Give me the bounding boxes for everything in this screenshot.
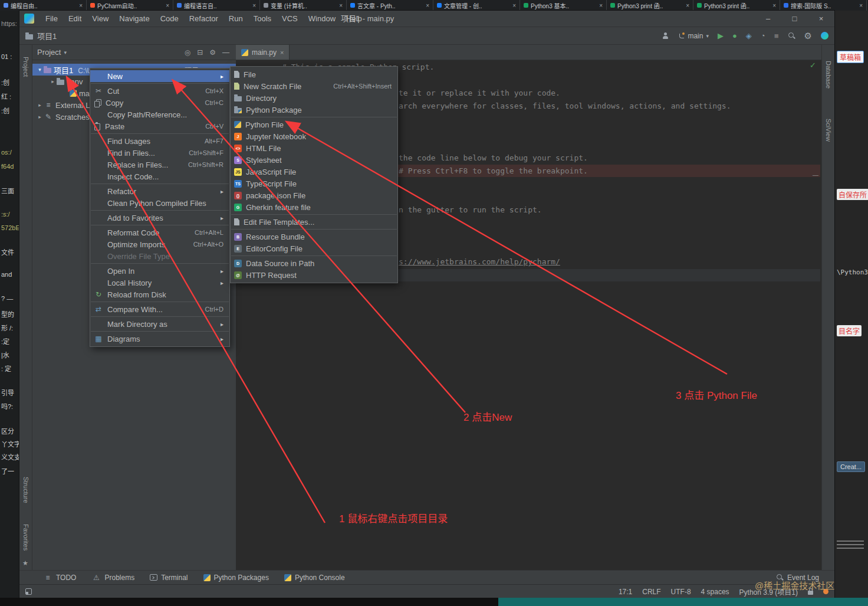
tool-window-button-python-packages[interactable]: Python Packages <box>203 574 269 582</box>
profiler-button[interactable]: ◔ <box>761 32 765 40</box>
hide-panel-icon[interactable]: — <box>221 48 231 57</box>
run-button[interactable]: ▶ <box>718 32 724 40</box>
status-item-utf-8[interactable]: UTF-8 <box>671 588 691 596</box>
new-submenu-item-editorconfig-file[interactable]: EEditorConfig File <box>231 243 397 254</box>
context-menu-item-compare-with[interactable]: ⇄Compare With...Ctrl+D <box>90 303 229 315</box>
context-menu-item-copy[interactable]: CopyCtrl+C <box>90 97 229 109</box>
maximize-button[interactable]: □ <box>781 11 808 27</box>
tab-close-icon[interactable]: × <box>772 2 776 9</box>
context-menu-item-refactor[interactable]: Refactor▸ <box>90 185 229 197</box>
tool-window-button-problems[interactable]: ⚠Problems <box>91 574 134 582</box>
code-with-me-icon[interactable] <box>821 32 828 40</box>
new-submenu-item-resource-bundle[interactable]: BResource Bundle <box>231 231 397 243</box>
new-submenu-item-package-json-file[interactable]: {}package.json File <box>231 189 397 201</box>
browser-tab[interactable]: Python3 基本..× <box>520 0 607 11</box>
new-submenu-item-http-request[interactable]: @HTTP Request <box>231 269 397 281</box>
browser-tab[interactable]: 编程自由..× <box>0 0 87 11</box>
tab-close-icon[interactable]: × <box>280 49 284 56</box>
tab-close-icon[interactable]: × <box>339 2 343 9</box>
context-menu-item-new[interactable]: New▸ <box>90 70 229 82</box>
tab-close-icon[interactable]: × <box>252 2 256 9</box>
branch-selector[interactable]: main ▾ <box>678 32 709 40</box>
tab-close-icon[interactable]: × <box>599 2 603 9</box>
new-submenu-item-jupyter-notebook[interactable]: JJupyter Notebook <box>231 130 397 142</box>
browser-tab[interactable]: Python3 print 函..× <box>607 0 693 11</box>
tab-close-icon[interactable]: × <box>79 2 83 9</box>
user-icon[interactable] <box>662 32 669 40</box>
browser-tab[interactable]: 言文章 - Pyth..× <box>347 0 433 11</box>
context-menu-item-inspect-code[interactable]: Inspect Code... <box>90 171 229 182</box>
tab-close-icon[interactable]: × <box>166 2 169 9</box>
tool-button-database[interactable]: Database <box>825 61 832 89</box>
context-menu-item-reformat-code[interactable]: Reformat CodeCtrl+Alt+L <box>90 227 229 238</box>
context-menu-item-clean-python-compiled-files[interactable]: Clean Python Compiled Files <box>90 197 229 209</box>
browser-tab[interactable]: PyCharm启动..× <box>87 0 173 11</box>
new-submenu-item-typescript-file[interactable]: TSTypeScript File <box>231 178 397 189</box>
locate-icon[interactable]: ◎ <box>183 48 192 57</box>
menubar-item-navigate[interactable]: Navigate <box>114 11 154 27</box>
context-menu-item-diagrams[interactable]: ▦Diagrams▸ <box>90 333 229 345</box>
menubar-item-file[interactable]: File <box>40 11 63 27</box>
tool-window-toggle-icon[interactable] <box>25 588 32 595</box>
new-submenu-item-file[interactable]: File <box>231 68 397 80</box>
tool-window-button-terminal[interactable]: Terminal <box>150 574 188 582</box>
context-menu-item-paste[interactable]: PasteCtrl+V <box>90 120 229 132</box>
background-fragment-草稿箱[interactable]: 草稿箱 <box>837 51 864 63</box>
status-item-4-spaces[interactable]: 4 spaces <box>701 588 729 596</box>
browser-tab[interactable]: Python3 print 函..× <box>693 0 780 11</box>
toolbar-project-name[interactable]: 项目1 <box>37 30 57 41</box>
tab-close-icon[interactable]: × <box>512 2 516 9</box>
menubar-item-window[interactable]: Window <box>303 11 341 27</box>
new-submenu-item-html-file[interactable]: <>HTML File <box>231 142 397 154</box>
context-menu-item-find-in-files[interactable]: Find in Files...Ctrl+Shift+F <box>90 147 229 159</box>
context-menu-item-add-to-favorites[interactable]: Add to Favorites▸ <box>90 212 229 224</box>
tool-button-project[interactable]: Project <box>22 57 29 77</box>
menubar-item-refactor[interactable]: Refactor <box>184 11 223 27</box>
stop-button[interactable]: ■ <box>774 32 779 40</box>
browser-tab[interactable]: 变量 (计算机..× <box>260 0 347 11</box>
browser-tab[interactable]: 文章管理 - 创..× <box>433 0 520 11</box>
context-menu-item-cut[interactable]: ✂CutCtrl+X <box>90 85 229 97</box>
tool-button-structure[interactable]: Structure <box>22 477 29 503</box>
context-menu-item-replace-in-files[interactable]: Replace in Files...Ctrl+Shift+R <box>90 159 229 171</box>
browser-tab[interactable]: 搜索-国际版 S..× <box>780 0 867 11</box>
new-submenu-item-edit-file-templates[interactable]: Edit File Templates... <box>231 216 397 228</box>
new-submenu-item-stylesheet[interactable]: SStylesheet <box>231 154 397 166</box>
minimize-button[interactable]: – <box>755 11 781 27</box>
search-icon[interactable] <box>788 32 795 40</box>
settings-gear-icon[interactable]: ⚙ <box>804 32 812 40</box>
menubar-item-edit[interactable]: Edit <box>63 11 87 27</box>
context-menu-item-find-usages[interactable]: Find UsagesAlt+F7 <box>90 135 229 147</box>
new-submenu-item-new-scratch-file[interactable]: New Scratch FileCtrl+Alt+Shift+Insert <box>231 80 397 92</box>
context-menu-item-copy-path-reference[interactable]: Copy Path/Reference... <box>90 109 229 120</box>
new-submenu-item-python-file[interactable]: Python File <box>231 119 397 130</box>
tool-window-button-todo[interactable]: ≡TODO <box>43 574 76 582</box>
editor-tab-main-py[interactable]: main.py × <box>236 45 290 60</box>
tab-close-icon[interactable]: × <box>426 2 429 9</box>
new-submenu-item-data-source-in-path[interactable]: DData Source in Path <box>231 257 397 269</box>
status-item-crlf[interactable]: CRLF <box>642 588 660 596</box>
tool-window-button-python-console[interactable]: Python Console <box>284 574 345 582</box>
new-submenu-item-python-package[interactable]: Python Package <box>231 104 397 116</box>
collapse-all-icon[interactable]: ⊟ <box>195 48 205 57</box>
context-menu-item-open-in[interactable]: Open In▸ <box>90 265 229 277</box>
tool-button-favorites[interactable]: Favorites <box>22 524 29 551</box>
tab-close-icon[interactable]: × <box>859 2 863 9</box>
context-menu-item-optimize-imports[interactable]: Optimize ImportsCtrl+Alt+O <box>90 238 229 250</box>
tool-button-sciview[interactable]: SciView <box>825 119 832 142</box>
panel-settings-icon[interactable]: ⚙ <box>208 48 218 57</box>
menubar-item-view[interactable]: View <box>87 11 114 27</box>
close-button[interactable]: × <box>808 11 834 27</box>
background-fragment-creat[interactable]: Creat... <box>837 461 865 472</box>
menubar-item-tools[interactable]: Tools <box>248 11 277 27</box>
menubar-item-run[interactable]: Run <box>223 11 248 27</box>
status-item-17-1[interactable]: 17:1 <box>619 588 632 596</box>
coverage-button[interactable]: ◈ <box>746 32 752 40</box>
menubar-item-vcs[interactable]: VCS <box>277 11 303 27</box>
project-panel-title[interactable]: Project <box>37 48 61 57</box>
browser-tab[interactable]: 编程语言自..× <box>173 0 260 11</box>
debug-button[interactable]: ● <box>732 32 737 40</box>
tab-close-icon[interactable]: × <box>686 2 689 9</box>
menubar-item-code[interactable]: Code <box>155 11 184 27</box>
new-submenu-item-javascript-file[interactable]: JSJavaScript File <box>231 166 397 178</box>
